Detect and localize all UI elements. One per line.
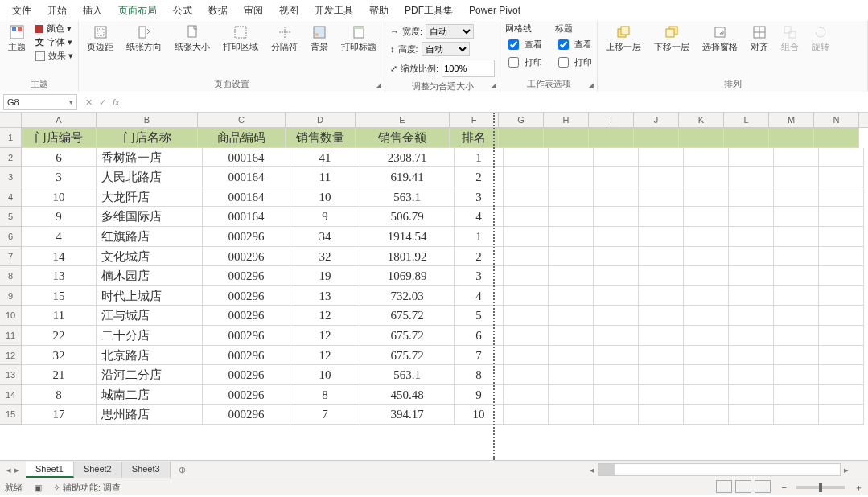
cell-K6[interactable] [684,227,729,247]
cell-E13[interactable]: 563.1 [360,365,455,385]
cell-N5[interactable] [819,207,864,227]
cell-N12[interactable] [819,346,864,366]
row-header-12[interactable]: 12 [0,346,22,366]
cell-M1[interactable] [769,128,814,148]
menu-审阅[interactable]: 审阅 [237,1,270,21]
row-header-9[interactable]: 9 [0,286,22,306]
cell-F3[interactable]: 2 [455,167,504,187]
menu-视图[interactable]: 视图 [272,1,306,21]
gridlines-print-check[interactable]: 打印 [505,55,542,70]
cell-A12[interactable]: 32 [22,346,97,366]
cell-E6[interactable]: 1914.54 [360,227,455,247]
cell-H1[interactable] [544,128,589,148]
menu-数据[interactable]: 数据 [201,1,235,21]
cell-A14[interactable]: 8 [22,385,97,405]
cell-I15[interactable] [594,405,639,425]
cell-F13[interactable]: 8 [455,365,504,385]
cell-E4[interactable]: 563.1 [360,187,455,207]
cell-H11[interactable] [549,326,594,346]
cell-J1[interactable] [634,128,679,148]
cell-C8[interactable]: 000296 [203,266,290,286]
arrange-组合[interactable]: 组合 [778,23,802,53]
cell-D1[interactable]: 销售数量 [286,128,356,148]
cell-C3[interactable]: 000164 [203,167,290,187]
cell-L11[interactable] [729,326,774,346]
cell-G6[interactable] [504,227,549,247]
cell-N11[interactable] [819,326,864,346]
cell-N10[interactable] [819,306,864,326]
cell-N1[interactable] [814,128,859,148]
row-header-8[interactable]: 8 [0,266,22,286]
cell-E8[interactable]: 1069.89 [360,266,455,286]
cell-E7[interactable]: 1801.92 [360,247,455,267]
row-header-11[interactable]: 11 [0,326,22,346]
cell-L1[interactable] [724,128,769,148]
cell-C15[interactable]: 000296 [203,405,290,425]
cell-F8[interactable]: 3 [455,266,504,286]
dialog-launcher-icon[interactable]: ◢ [586,80,595,90]
cell-M6[interactable] [774,227,819,247]
cell-M11[interactable] [774,326,819,346]
cell-K5[interactable] [684,207,729,227]
cell-C4[interactable]: 000164 [203,187,290,207]
cell-G14[interactable] [504,385,549,405]
cell-L9[interactable] [729,286,774,306]
cell-N7[interactable] [819,247,864,267]
cell-M12[interactable] [774,346,819,366]
cell-D8[interactable]: 19 [290,266,360,286]
cell-G9[interactable] [504,286,549,306]
cell-B1[interactable]: 门店名称 [97,128,198,148]
cell-H7[interactable] [549,247,594,267]
cell-C10[interactable]: 000296 [203,306,290,326]
sheet-tab-Sheet1[interactable]: Sheet1 [26,462,74,478]
cell-L6[interactable] [729,227,774,247]
cell-G8[interactable] [504,266,549,286]
col-header-A[interactable]: A [22,113,97,127]
cell-K7[interactable] [684,247,729,267]
cell-J3[interactable] [639,167,684,187]
cell-C1[interactable]: 商品编码 [198,128,286,148]
col-header-K[interactable]: K [679,113,724,127]
cell-J8[interactable] [639,266,684,286]
col-header-M[interactable]: M [769,113,814,127]
menu-页面布局[interactable]: 页面布局 [111,1,164,21]
cell-B11[interactable]: 二十分店 [97,326,203,346]
cell-B2[interactable]: 香树路一店 [97,148,203,168]
cell-F9[interactable]: 4 [455,286,504,306]
col-header-E[interactable]: E [356,113,450,127]
cell-C5[interactable]: 000164 [203,207,290,227]
scale-width-select[interactable]: 自动 [426,24,474,39]
cell-J6[interactable] [639,227,684,247]
cell-F7[interactable]: 2 [455,247,504,267]
row-header-15[interactable]: 15 [0,405,22,425]
cell-J13[interactable] [639,365,684,385]
cell-D2[interactable]: 41 [290,148,360,168]
cell-F11[interactable]: 6 [455,326,504,346]
cell-L8[interactable] [729,266,774,286]
cell-K15[interactable] [684,405,729,425]
menu-Power Pivot[interactable]: Power Pivot [462,2,528,19]
cell-H12[interactable] [549,346,594,366]
cell-I6[interactable] [594,227,639,247]
cell-M14[interactable] [774,385,819,405]
cell-D14[interactable]: 8 [290,385,360,405]
cell-J5[interactable] [639,207,684,227]
cell-E1[interactable]: 销售金额 [356,128,450,148]
cell-N2[interactable] [819,148,864,168]
dialog-launcher-icon[interactable]: ◢ [373,80,383,90]
pagesetup-页边距[interactable]: 页边距 [84,23,117,53]
macro-record-icon[interactable]: ▣ [34,483,42,493]
menu-文件[interactable]: 文件 [5,1,39,21]
cell-L5[interactable] [729,207,774,227]
cell-G13[interactable] [504,365,549,385]
cell-E15[interactable]: 394.17 [360,405,455,425]
arrange-旋转[interactable]: 旋转 [808,23,833,53]
cell-H14[interactable] [549,385,594,405]
theme-effects[interactable]: 效果 ▾ [35,50,73,62]
cell-C9[interactable]: 000296 [203,286,290,306]
cell-N9[interactable] [819,286,864,306]
cell-E14[interactable]: 450.48 [360,385,455,405]
cell-B9[interactable]: 时代上城店 [97,286,203,306]
col-header-C[interactable]: C [198,113,286,127]
cell-K9[interactable] [684,286,729,306]
